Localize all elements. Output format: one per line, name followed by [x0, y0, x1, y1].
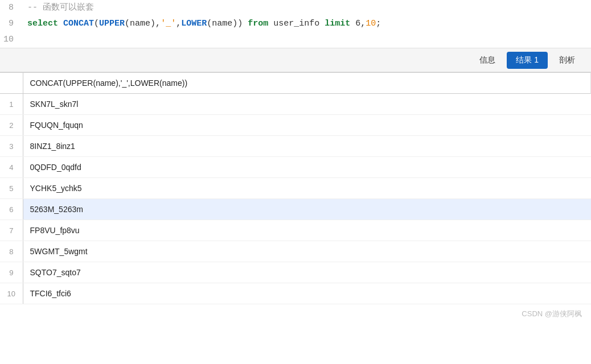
table-row: 65263M_5263m — [0, 199, 591, 220]
paren-open3: ( — [207, 19, 212, 28]
row-number-cell: 5 — [0, 178, 23, 199]
kw-lower: LOWER — [181, 19, 207, 28]
line-number-10: 10 — [0, 32, 23, 48]
kw-upper: UPPER — [99, 19, 125, 28]
watermark: CSDN @游侠阿枫 — [0, 304, 591, 324]
paren-close2: )) — [232, 19, 248, 28]
results-toolbar: 信息 结果 1 剖析 — [0, 48, 591, 72]
paren-open2: ( — [125, 19, 130, 28]
row-number-cell: 4 — [0, 157, 23, 178]
row-number-cell: 3 — [0, 136, 23, 157]
plain-name2: name — [212, 19, 232, 28]
row-number-cell: 9 — [0, 262, 23, 283]
row-number-cell: 7 — [0, 220, 23, 241]
table-row: 9SQTO7_sqto7 — [0, 262, 591, 283]
results-area: CONCAT(UPPER(name),'_',LOWER(name)) 1SKN… — [0, 72, 591, 304]
plain-space1 — [58, 19, 63, 28]
line-content-9: select CONCAT(UPPER(name),'_',LOWER(name… — [23, 16, 591, 32]
table-header-row: CONCAT(UPPER(name),'_',LOWER(name)) — [0, 73, 591, 94]
table-row: 10TFCI6_tfci6 — [0, 283, 591, 304]
line-content-8: -- 函数可以嵌套 — [23, 0, 591, 16]
line-content-10 — [23, 32, 591, 48]
code-line-9: 9 select CONCAT(UPPER(name),'_',LOWER(na… — [0, 16, 591, 32]
row-number-cell: 2 — [0, 115, 23, 136]
line-number-8: 8 — [0, 0, 23, 16]
row-number-header — [0, 73, 23, 94]
code-editor: 8 -- 函数可以嵌套 9 select CONCAT(UPPER(name),… — [0, 0, 591, 48]
row-value-cell: SQTO7_sqto7 — [23, 262, 591, 283]
row-value-cell: SKN7L_skn7l — [23, 94, 591, 115]
semicolon: ; — [376, 19, 381, 28]
tab-profile[interactable]: 剖析 — [550, 52, 584, 69]
row-value-cell: 8INZ1_8inz1 — [23, 136, 591, 157]
table-row: 7FP8VU_fp8vu — [0, 220, 591, 241]
table-row: 40QDFD_0qdfd — [0, 157, 591, 178]
tab-result1[interactable]: 结果 1 — [507, 52, 548, 69]
table-row: 2FQUQN_fquqn — [0, 115, 591, 136]
row-value-cell: 5WGMT_5wgmt — [23, 241, 591, 262]
code-line-8: 8 -- 函数可以嵌套 — [0, 0, 591, 16]
plain-count: 10 — [366, 19, 376, 28]
column-header: CONCAT(UPPER(name),'_',LOWER(name)) — [23, 73, 591, 94]
tab-info[interactable]: 信息 — [470, 52, 504, 69]
table-row: 5YCHK5_ychk5 — [0, 178, 591, 199]
row-number-cell: 10 — [0, 283, 23, 304]
results-table: CONCAT(UPPER(name),'_',LOWER(name)) 1SKN… — [0, 72, 591, 304]
kw-from: from — [248, 19, 268, 28]
plain-name1: name — [130, 19, 150, 28]
row-number-cell: 1 — [0, 94, 23, 115]
table-row: 38INZ1_8inz1 — [0, 136, 591, 157]
row-value-cell: YCHK5_ychk5 — [23, 178, 591, 199]
str-underscore: '_' — [161, 19, 176, 28]
kw-limit: limit — [325, 19, 350, 28]
table-row: 1SKN7L_skn7l — [0, 94, 591, 115]
row-value-cell: TFCI6_tfci6 — [23, 283, 591, 304]
plain-offset: 6, — [350, 19, 366, 28]
line-number-9: 9 — [0, 16, 23, 32]
code-line-10: 10 — [0, 32, 591, 48]
paren-open1: ( — [94, 19, 99, 28]
row-number-cell: 8 — [0, 241, 23, 262]
comma1: , — [176, 19, 181, 28]
row-value-cell: 0QDFD_0qdfd — [23, 157, 591, 178]
row-value-cell: FP8VU_fp8vu — [23, 220, 591, 241]
row-number-cell: 6 — [0, 199, 23, 220]
paren-close1: ), — [150, 19, 161, 28]
row-value-cell: FQUQN_fquqn — [23, 115, 591, 136]
plain-table: user_info — [268, 19, 325, 28]
kw-concat: CONCAT — [63, 19, 94, 28]
kw-select: select — [27, 19, 58, 28]
table-row: 85WGMT_5wgmt — [0, 241, 591, 262]
row-value-cell: 5263M_5263m — [23, 199, 591, 220]
